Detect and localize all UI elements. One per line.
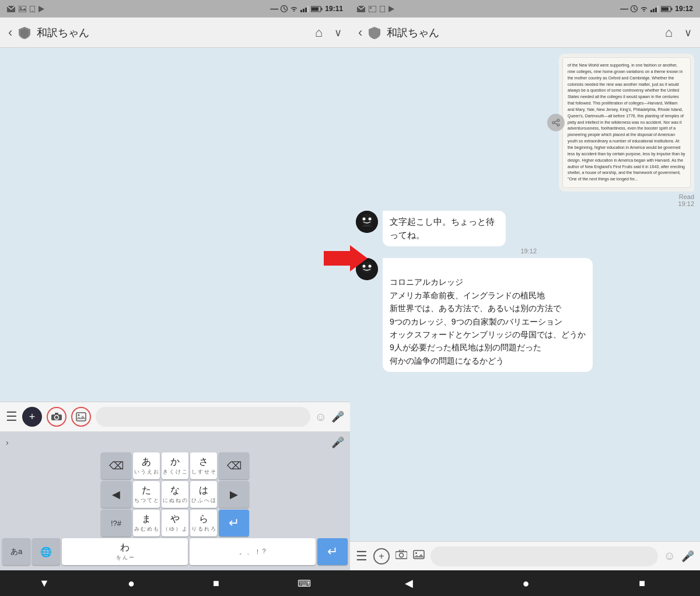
- key-punct2[interactable]: 。、！?: [190, 538, 316, 565]
- key-ma[interactable]: ま みむめも: [133, 510, 160, 536]
- nav-keyboard-left[interactable]: ⌨: [298, 578, 311, 589]
- nav-back-left[interactable]: ▼: [39, 577, 50, 590]
- nav-recents-right[interactable]: ■: [639, 577, 645, 590]
- key-ra[interactable]: ら りるれろ: [190, 510, 217, 536]
- key-ya[interactable]: や （ゆ）よ: [162, 510, 188, 536]
- home-button-right[interactable]: ⌂: [665, 25, 673, 40]
- chevron-down-button-right[interactable]: ∨: [684, 26, 692, 39]
- svg-point-2: [20, 7, 22, 9]
- svg-rect-19: [76, 413, 86, 421]
- add-button-right[interactable]: +: [373, 548, 390, 564]
- keyboard-row-3: !?# ま みむめも や （ゆ）よ ら りるれろ ↵: [1, 510, 349, 536]
- svg-point-4: [32, 11, 33, 12]
- backspace-key[interactable]: ⌫: [101, 452, 131, 479]
- share-icon: [552, 118, 560, 127]
- camera-button-left[interactable]: [47, 407, 66, 427]
- special-key-punct[interactable]: !?#: [101, 510, 131, 536]
- gallery-icon: [76, 412, 86, 421]
- svg-rect-31: [653, 9, 654, 12]
- right-arrow-key[interactable]: ▶: [219, 481, 249, 508]
- svg-rect-18: [55, 413, 58, 414]
- mic-button-right[interactable]: 🎤: [681, 550, 694, 563]
- left-phone: — 19:11 ‹ 和訳ちゃん ⌂ ∨: [0, 0, 350, 596]
- play-icon: [38, 6, 44, 12]
- nav-back-right[interactable]: ◀: [405, 577, 413, 590]
- back-button-left[interactable]: ‹: [8, 25, 12, 40]
- emoji-button-left[interactable]: ☺: [315, 410, 327, 424]
- menu-button-right[interactable]: ☰: [356, 549, 368, 564]
- svg-point-49: [369, 265, 372, 268]
- key-globe[interactable]: 🌐: [32, 538, 60, 565]
- svg-point-39: [557, 124, 559, 126]
- nav-home-right[interactable]: ●: [523, 577, 530, 590]
- add-button-left[interactable]: +: [22, 407, 42, 427]
- key-ha[interactable]: は ひふへほ: [190, 481, 217, 508]
- wifi-icon-right: [640, 6, 648, 12]
- bot-bubble-1: 文字起こし中。ちょっと待ってね。: [383, 211, 506, 246]
- avatar-1: [356, 211, 378, 233]
- svg-point-43: [361, 214, 373, 226]
- key-ka[interactable]: か きくけこ: [162, 452, 188, 479]
- svg-point-45: [369, 218, 372, 221]
- emoji-button-right[interactable]: ☺: [664, 549, 676, 563]
- gallery-button-right[interactable]: [413, 550, 425, 562]
- sent-image-message: of the New World were supporting, in one…: [356, 54, 694, 207]
- home-button-left[interactable]: ⌂: [315, 25, 323, 40]
- svg-point-47: [361, 262, 373, 273]
- backspace-key-2[interactable]: ⌫: [219, 452, 249, 479]
- status-icons-right: [357, 6, 394, 12]
- keyboard-top-row: › 🎤: [1, 434, 349, 452]
- app-header-left: ‹ 和訳ちゃん ⌂ ∨: [0, 18, 350, 48]
- mic-button-left[interactable]: 🎤: [331, 410, 344, 423]
- image-icon: [19, 6, 26, 12]
- battery-icon: [311, 6, 323, 12]
- bot-message-1-row: 文字起こし中。ちょっと待ってね。 19:12: [356, 211, 694, 255]
- svg-rect-33: [657, 6, 659, 12]
- gallery-icon-right: [413, 550, 425, 559]
- gallery-button-left[interactable]: [71, 407, 91, 427]
- key-na[interactable]: な にぬねの: [162, 481, 188, 508]
- clock-icon: [281, 5, 288, 12]
- nav-home-left[interactable]: ●: [128, 577, 135, 590]
- svg-point-37: [557, 119, 559, 121]
- svg-line-29: [634, 9, 636, 10]
- bot-avatar-icon-2: [356, 258, 378, 280]
- camera-button-right[interactable]: [396, 550, 407, 562]
- text-input-left[interactable]: [96, 407, 310, 427]
- keyboard-mic-top[interactable]: 🎤: [331, 436, 344, 449]
- left-arrow-key[interactable]: ◀: [101, 481, 131, 508]
- battery-icon-right: [661, 6, 673, 12]
- key-wa[interactable]: わ をんー: [62, 538, 188, 565]
- key-sa[interactable]: さ しすせそ: [190, 452, 217, 479]
- menu-button-left[interactable]: ☰: [6, 409, 18, 424]
- app-title-left: 和訳ちゃん: [37, 26, 309, 40]
- share-button[interactable]: [547, 114, 565, 131]
- back-button-right[interactable]: ‹: [358, 25, 362, 40]
- svg-rect-9: [300, 10, 302, 12]
- nav-recents-left[interactable]: ■: [213, 577, 219, 590]
- key-aa[interactable]: あa: [2, 538, 30, 565]
- image-bubble: of the New World were supporting, in one…: [559, 54, 694, 191]
- svg-point-51: [400, 553, 404, 557]
- right-phone: — 19:12 ‹ 和訳ちゃん ⌂ ∨: [350, 0, 700, 596]
- status-right-left: — 19:11: [270, 4, 343, 13]
- plus-icon: +: [29, 411, 36, 423]
- svg-point-54: [415, 552, 417, 554]
- svg-rect-23: [369, 6, 376, 12]
- enter-key-bottom[interactable]: ↵: [317, 538, 348, 565]
- keyboard-expand[interactable]: ›: [6, 438, 9, 447]
- signal-icon-right: [650, 6, 659, 12]
- svg-rect-15: [321, 8, 323, 10]
- book-image-content: of the New World were supporting, in one…: [562, 57, 691, 188]
- key-ta[interactable]: た ちつてと: [133, 481, 160, 508]
- time-left: 19:11: [325, 5, 343, 13]
- shield-icon-right: [368, 26, 381, 39]
- svg-rect-36: [671, 8, 673, 10]
- chevron-down-button-left[interactable]: ∨: [334, 26, 342, 39]
- input-row-left: ☰ + ☺ 🎤: [0, 402, 350, 431]
- enter-key[interactable]: ↵: [219, 510, 249, 536]
- text-input-right[interactable]: [430, 546, 658, 566]
- nav-bar-right: ◀ ● ■: [350, 570, 700, 596]
- app-title-right: 和訳ちゃん: [387, 26, 659, 40]
- key-a[interactable]: あ いうえお: [133, 452, 160, 479]
